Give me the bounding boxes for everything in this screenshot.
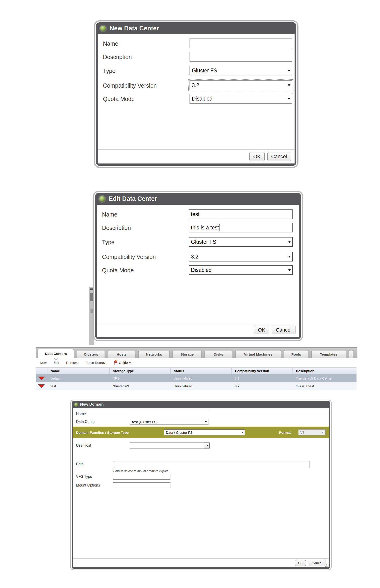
force-remove-button[interactable]: Force Remove — [85, 361, 107, 365]
column-header-storage-type[interactable]: Storage Type — [109, 368, 171, 374]
cancel-button[interactable]: Cancel — [267, 152, 291, 161]
domain-function-dropdown[interactable]: Data / Gluster FS — [164, 429, 245, 435]
dialog-titlebar: New Domain — [72, 401, 330, 408]
ok-button[interactable]: OK — [254, 326, 269, 334]
name-label: Name — [76, 412, 86, 416]
dropdown-arrow-icon — [241, 432, 243, 433]
tab-data-centers[interactable]: Data Centers — [38, 349, 74, 358]
format-label: Format — [279, 431, 291, 434]
use-host-dropdown-button[interactable] — [204, 442, 209, 448]
cell-compatibility-version: 3.1 — [231, 376, 292, 380]
domain-sphere-icon — [74, 403, 78, 406]
type-dropdown[interactable]: Gluster FS — [189, 237, 293, 247]
compatibility-version-label: Compatibility Version — [103, 82, 157, 89]
name-field[interactable] — [130, 411, 210, 417]
column-header-name[interactable]: Name — [47, 368, 109, 374]
cancel-button[interactable]: Cancel — [309, 560, 325, 566]
path-field[interactable] — [113, 461, 310, 468]
dialog-titlebar: New Data Center — [96, 22, 296, 34]
new-button[interactable]: New — [40, 361, 47, 365]
table-row[interactable]: Default NFS Uninitialized 3.1 The defaul… — [36, 374, 357, 382]
cell-description: this is a test — [292, 384, 357, 388]
cell-description: The default Data Center — [292, 376, 357, 380]
cell-status: Uninitialized — [171, 376, 231, 380]
vfs-type-field[interactable] — [113, 474, 171, 480]
tab-templates[interactable]: Templates — [311, 350, 346, 358]
dialog-title: New Domain — [80, 402, 104, 407]
remove-button[interactable]: Remove — [66, 361, 78, 365]
name-field[interactable] — [190, 39, 292, 48]
tab-pools[interactable]: Pools — [284, 350, 308, 358]
dropdown-arrow-icon — [288, 98, 290, 100]
edit-data-center-dialog: Edit Data Center Name test Description t… — [93, 191, 303, 341]
mount-options-field[interactable] — [113, 483, 171, 488]
tab-storage[interactable]: Storage — [172, 350, 202, 358]
dialog-body: Name Data Center test (Gluster FS) Domai… — [73, 408, 329, 567]
dialog-body: Name Description Type Gluster FS Compati… — [98, 34, 295, 164]
table-header-row: Name Storage Type Status Compatibility V… — [36, 367, 357, 374]
dropdown-arrow-icon — [288, 269, 291, 271]
tab-clusters[interactable]: Clusters — [77, 350, 105, 358]
edit-button[interactable]: Edit — [54, 361, 59, 365]
tab-disks[interactable]: Disks — [205, 350, 232, 358]
dialog-footer: OK Cancel — [73, 559, 329, 567]
background-mark — [91, 309, 93, 313]
quota-mode-dropdown[interactable]: Disabled — [190, 94, 292, 104]
table-row[interactable]: test Gluster FS Uninitialized 3.2 this i… — [36, 382, 357, 390]
domain-function-label: Domain Function / Storage Type — [76, 431, 129, 434]
dialog-window: Edit Data Center Name test Description t… — [95, 193, 301, 339]
data-centers-table: Name Storage Type Status Compatibility V… — [36, 367, 357, 390]
use-host-field[interactable] — [130, 442, 204, 448]
description-field[interactable] — [190, 52, 292, 62]
compatibility-version-dropdown[interactable]: 3.2 — [189, 252, 293, 261]
quota-mode-dropdown[interactable]: Disabled — [189, 265, 293, 275]
cell-name: test — [47, 384, 109, 388]
column-header-compatibility-version[interactable]: Compatibility Version — [231, 368, 292, 374]
tab-networks[interactable]: Networks — [138, 350, 170, 358]
row-marker-cell — [36, 384, 47, 388]
tab-hosts[interactable]: Hosts — [108, 350, 135, 358]
ok-button[interactable]: OK — [295, 560, 306, 566]
mount-options-label: Mount Options — [76, 483, 100, 487]
resize-grip-icon[interactable] — [325, 563, 328, 567]
dialog-window: New Domain Name Data Center test (Gluste… — [72, 401, 330, 569]
dropdown-arrow-icon — [207, 445, 209, 446]
vfs-type-label: VFS Type — [76, 475, 92, 479]
dialog-footer: OK Cancel — [98, 149, 295, 164]
cancel-button[interactable]: Cancel — [272, 326, 295, 334]
new-data-center-dialog: New Data Center Name Description Type Gl… — [94, 20, 299, 168]
dialog-title: New Data Center — [110, 25, 159, 32]
dropdown-arrow-icon — [288, 84, 290, 86]
type-label: Type — [102, 239, 114, 246]
cell-storage-type: NFS — [109, 376, 171, 380]
data-center-dropdown[interactable]: test (Gluster FS) — [130, 419, 209, 425]
dropdown-arrow-icon — [322, 432, 324, 433]
guide-me-lighthouse-icon — [114, 361, 117, 365]
dropdown-arrow-icon — [205, 421, 207, 422]
tab-partial[interactable] — [349, 350, 353, 358]
dropdown-arrow-icon — [288, 256, 291, 258]
guide-me-button[interactable]: Guide Me — [114, 361, 133, 365]
ok-button[interactable]: OK — [249, 152, 265, 161]
quota-mode-label: Quota Mode — [102, 267, 134, 274]
row-expand-marker-icon[interactable] — [38, 377, 45, 380]
page: New Data Center Name Description Type Gl… — [0, 0, 380, 588]
quota-mode-label: Quota Mode — [103, 96, 135, 102]
name-field[interactable]: test — [189, 209, 293, 219]
tab-virtual-machines[interactable]: Virtual Machines — [235, 350, 281, 358]
main-tab-bar: Data Centers Clusters Hosts Networks Sto… — [36, 347, 358, 358]
dropdown-arrow-icon — [288, 241, 291, 243]
description-field[interactable]: this is a test — [189, 223, 293, 232]
cell-status: Uninitialized — [171, 384, 231, 388]
row-expand-marker-icon[interactable] — [38, 384, 45, 388]
use-host-label: Use Host — [76, 443, 91, 448]
column-header-status[interactable]: Status — [171, 368, 231, 374]
type-dropdown[interactable]: Gluster FS — [190, 66, 292, 75]
path-label: Path — [76, 462, 84, 466]
dialog-titlebar: Edit Data Center — [95, 193, 301, 205]
format-dropdown[interactable]: V3 — [298, 429, 325, 435]
compatibility-version-dropdown[interactable]: 3.2 — [190, 81, 292, 90]
new-domain-dialog: New Domain Name Data Center test (Gluste… — [70, 399, 332, 570]
column-header-description[interactable]: Description — [292, 368, 357, 374]
cell-compatibility-version: 3.2 — [231, 384, 292, 388]
